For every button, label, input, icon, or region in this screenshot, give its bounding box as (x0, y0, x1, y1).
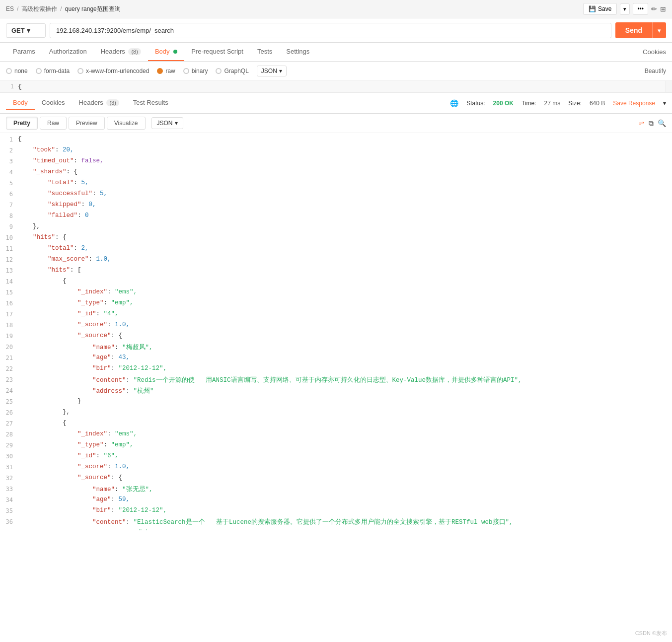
json-line-number: 23 (0, 376, 18, 383)
url-input[interactable] (50, 23, 611, 38)
tab-headers[interactable]: Headers (8) (94, 43, 148, 61)
save-button[interactable]: 💾 Save (583, 3, 617, 15)
cookies-link[interactable]: Cookies (643, 48, 666, 56)
tab-pre-request[interactable]: Pre-request Script (184, 43, 250, 61)
save-response-button[interactable]: Save Response (613, 100, 655, 107)
json-line-content: "failed": 0 (18, 212, 89, 219)
json-line-content: "age": 43, (18, 354, 130, 361)
save-dropdown-button[interactable]: ▾ (620, 3, 630, 15)
status-label: Status: (466, 100, 485, 107)
send-button[interactable]: Send (615, 22, 652, 38)
json-format-dropdown[interactable]: JSON ▾ (257, 66, 287, 76)
json-key: "_type" (18, 299, 104, 306)
json-key: "max_score" (18, 256, 89, 263)
json-key: "address" (18, 530, 126, 530)
json-value: [ (74, 267, 81, 274)
view-visualize-button[interactable]: Visualize (107, 117, 146, 130)
json-value: "梅超风", (119, 344, 153, 351)
json-line-content: "total": 2, (18, 245, 89, 252)
json-key: "hits" (18, 267, 70, 274)
body-type-raw[interactable]: raw (157, 68, 175, 74)
resp-tab-body[interactable]: Body (6, 96, 35, 110)
view-preview-button[interactable]: Preview (69, 117, 105, 130)
headers-badge: (8) (128, 48, 141, 55)
json-line-content: "total": 5, (18, 179, 89, 186)
json-line-content: "_score": 1.0, (18, 463, 130, 470)
json-key: "_id" (18, 452, 96, 459)
tab-settings[interactable]: Settings (279, 43, 316, 61)
json-line: 8 "failed": 0 (0, 212, 672, 222)
json-value: 1.0, (92, 256, 111, 263)
json-line: 7 "skipped": 0, (0, 201, 672, 212)
json-line-number: 27 (0, 420, 18, 427)
json-line-number: 11 (0, 245, 18, 252)
send-dropdown-button[interactable]: ▾ (652, 22, 666, 38)
json-line: 24 "address": "杭州" (0, 386, 672, 397)
json-value: "2012-12-12", (115, 507, 167, 514)
body-type-graphql[interactable]: GraphQL (216, 68, 248, 74)
size-label: Size: (568, 100, 582, 107)
wrap-icon[interactable]: ⇌ (639, 119, 645, 128)
body-type-binary-label: binary (192, 68, 208, 74)
json-colon: : (70, 267, 74, 274)
view-raw-button[interactable]: Raw (40, 117, 67, 130)
tab-body[interactable]: Body (148, 43, 184, 61)
json-key: "successful" (18, 190, 92, 197)
more-button[interactable]: ••• (633, 3, 648, 15)
json-key: "content" (18, 377, 126, 384)
json-line-content: } (18, 398, 81, 405)
url-bar: GET ▾ Send ▾ (0, 18, 672, 43)
tab-tests[interactable]: Tests (250, 43, 279, 61)
body-active-dot (173, 50, 177, 54)
json-line-number: 25 (0, 398, 18, 405)
method-label: GET (11, 27, 25, 34)
save-response-arrow-icon[interactable]: ▾ (663, 100, 666, 107)
json-line: 18 "_score": 1.0, (0, 321, 672, 332)
json-line: 30 "_id": "6", (0, 452, 672, 463)
json-key: "total" (18, 179, 74, 186)
beautify-button[interactable]: Beautify (645, 68, 666, 74)
json-line-content: "hits": [ (18, 267, 81, 274)
method-arrow-icon: ▾ (27, 27, 30, 34)
json-colon: : (89, 256, 93, 263)
tab-authorization[interactable]: Authorization (42, 43, 94, 61)
json-line-content: "_score": 1.0, (18, 321, 130, 328)
grid-button[interactable]: ⊞ (660, 5, 666, 13)
json-colon: : (55, 146, 59, 153)
body-type-form-data[interactable]: form-data (36, 68, 70, 74)
json-key: "_source" (18, 332, 111, 339)
copy-icon[interactable]: ⧉ (649, 119, 654, 128)
resp-tab-cookies[interactable]: Cookies (35, 96, 72, 110)
body-type-binary[interactable]: binary (183, 68, 208, 74)
edit-button[interactable]: ✏ (651, 5, 657, 13)
tab-params[interactable]: Params (6, 43, 42, 61)
json-line-content: "bir": "2012-12-12", (18, 365, 167, 372)
json-colon: : (55, 234, 59, 241)
json-value: "6", (100, 452, 119, 459)
body-type-selector: none form-data x-www-form-urlencoded raw… (0, 62, 672, 81)
json-value: "2012-12-12", (115, 365, 167, 372)
json-colon: : (111, 507, 115, 514)
json-line-content: "_source": { (18, 474, 122, 481)
resp-tab-headers[interactable]: Headers (3) (72, 96, 126, 110)
json-line: 26 }, (0, 408, 672, 419)
json-colon: : (77, 212, 81, 219)
resp-tab-test-results[interactable]: Test Results (126, 96, 175, 110)
breadcrumb-current: query range范围查询 (65, 5, 121, 13)
body-type-urlencoded[interactable]: x-www-form-urlencoded (77, 68, 149, 74)
body-type-none[interactable]: none (6, 68, 28, 74)
json-line-content: "age": 59, (18, 496, 130, 503)
method-select[interactable]: GET ▾ (6, 23, 46, 38)
view-pretty-button[interactable]: Pretty (6, 117, 38, 130)
json-line: 12 "max_score": 1.0, (0, 255, 672, 266)
json-line-number: 9 (0, 223, 18, 230)
json-key: "_id" (18, 310, 96, 317)
json-line-number: 13 (0, 267, 18, 274)
tab-headers-label: Headers (101, 48, 125, 55)
json-value: { (59, 234, 67, 241)
json-key: "_index" (18, 430, 107, 437)
editor-line-1[interactable]: 1 { (0, 81, 672, 92)
radio-none (6, 68, 12, 74)
resp-json-dropdown[interactable]: JSON ▾ (151, 117, 183, 129)
search-icon[interactable]: 🔍 (658, 119, 666, 128)
